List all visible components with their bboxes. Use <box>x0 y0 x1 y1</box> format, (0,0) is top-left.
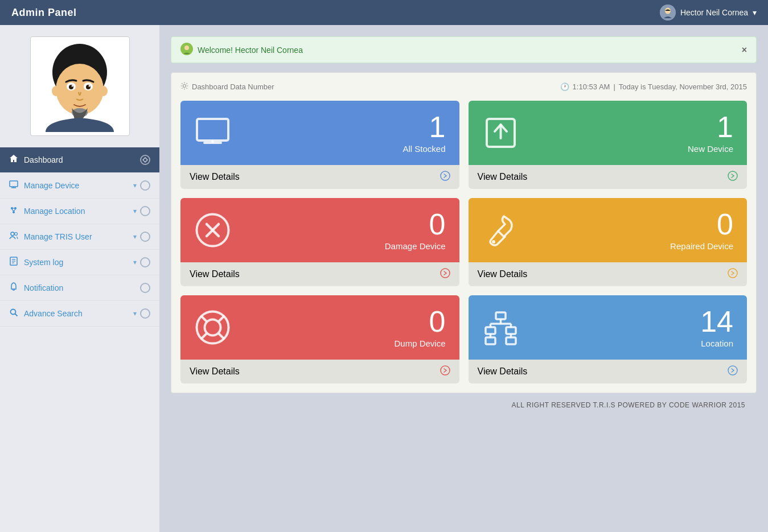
user-avatar <box>660 5 676 20</box>
sidebar-item-dashboard[interactable]: Dashboard <box>0 147 159 173</box>
sidebar-item-advance-search[interactable]: Advance Search ▾ <box>0 301 159 327</box>
dashboard-header: Dashboard Data Number 🕐 1:10:53 AM | Tod… <box>180 82 747 92</box>
card-damage-device-footer-text: View Details <box>190 269 240 279</box>
welcome-close-button[interactable]: × <box>742 45 747 55</box>
advance-search-icon <box>9 308 18 319</box>
dashboard-icon <box>9 154 18 166</box>
sidebar-dashboard-right <box>140 155 150 165</box>
dashboard-circle <box>140 155 150 165</box>
manage-location-icon <box>9 205 18 217</box>
sidebar-item-manage-tris-user[interactable]: Manage TRIS User ▾ <box>0 224 159 250</box>
card-damage-device-footer[interactable]: View Details <box>180 262 459 286</box>
footer-text: ALL RIGHT RESERVED T.R.I.S POWERED BY CO… <box>512 401 746 409</box>
svg-point-44 <box>728 269 737 278</box>
svg-point-42 <box>441 269 450 278</box>
card-new-device-values: 1 New Device <box>688 112 733 154</box>
svg-point-18 <box>13 211 15 213</box>
svg-line-49 <box>219 316 224 321</box>
card-dump-device-footer-text: View Details <box>190 366 240 377</box>
welcome-icon <box>180 43 193 57</box>
svg-line-48 <box>219 333 224 339</box>
svg-point-3 <box>56 64 104 115</box>
sitemap-icon <box>482 309 519 346</box>
dashboard-header-right: 🕐 1:10:53 AM | Today is Tuesday, Novembe… <box>560 83 747 91</box>
svg-point-63 <box>728 366 737 375</box>
svg-rect-53 <box>486 327 495 334</box>
svg-point-11 <box>89 85 91 86</box>
manage-device-circle <box>140 180 150 191</box>
card-all-stocked-footer-text: View Details <box>190 172 240 182</box>
welcome-message: Welcome! Hector Neil Cornea <box>180 43 303 57</box>
card-damage-device-footer-icon <box>440 268 450 281</box>
card-all-stocked: 1 All Stocked View Details <box>180 101 459 189</box>
card-all-stocked-footer[interactable]: View Details <box>180 165 459 189</box>
notification-icon <box>9 282 18 294</box>
card-all-stocked-label: All Stocked <box>403 144 445 154</box>
monitor-icon <box>194 114 231 151</box>
svg-point-23 <box>15 233 18 236</box>
card-location-top: 14 Location <box>469 295 748 360</box>
sidebar-item-manage-location[interactable]: Manage Location ▾ <box>0 199 159 224</box>
share-icon <box>482 114 519 151</box>
sidebar-item-system-log[interactable]: System log ▾ <box>0 250 159 275</box>
system-log-circle <box>140 257 150 267</box>
svg-point-43 <box>492 240 495 244</box>
system-log-caret: ▾ <box>133 258 137 266</box>
card-dump-device-footer[interactable]: View Details <box>180 360 459 383</box>
card-all-stocked-value: 1 <box>403 112 445 142</box>
svg-rect-52 <box>496 312 506 319</box>
svg-point-38 <box>728 171 737 180</box>
card-repaired-device-footer-icon <box>728 268 738 281</box>
advance-search-circle <box>140 308 150 319</box>
svg-rect-33 <box>197 119 228 141</box>
card-dump-device: 0 Dump Device View Details <box>180 295 459 383</box>
svg-point-36 <box>441 171 450 180</box>
svg-point-5 <box>100 86 108 96</box>
manage-device-icon <box>9 180 18 191</box>
card-all-stocked-top: 1 All Stocked <box>180 101 459 165</box>
sidebar-advance-search-right: ▾ <box>133 308 150 319</box>
dashboard-date: Today is Tuesday, November 3rd, 2015 <box>619 83 747 91</box>
sidebar-manage-tris-user-right: ▾ <box>133 232 150 242</box>
card-repaired-device-values: 0 Repaired Device <box>670 209 733 251</box>
card-repaired-device: 0 Repaired Device View Details <box>469 198 748 286</box>
card-location: 14 Location View Details <box>469 295 748 383</box>
manage-tris-user-icon <box>9 231 18 242</box>
card-location-values: 14 Location <box>700 307 733 348</box>
sidebar-item-notification[interactable]: Notification <box>0 275 159 301</box>
wrench-icon <box>482 212 519 249</box>
card-dump-device-top: 0 Dump Device <box>180 295 459 360</box>
dashboard-header-left: Dashboard Data Number <box>180 82 274 92</box>
card-new-device-label: New Device <box>688 144 733 154</box>
user-name: Hector Neil Cornea <box>680 8 748 17</box>
sidebar-item-manage-device[interactable]: Manage Device ▾ <box>0 173 159 199</box>
dashboard-label: Dashboard Data Number <box>192 83 274 91</box>
svg-line-50 <box>201 333 207 339</box>
card-dump-device-label: Dump Device <box>394 339 445 348</box>
svg-point-31 <box>184 46 189 50</box>
card-repaired-device-top: 0 Repaired Device <box>469 198 748 262</box>
manage-tris-user-circle <box>140 232 150 242</box>
card-damage-device-values: 0 Damage Device <box>385 209 446 251</box>
card-repaired-device-label: Repaired Device <box>670 241 733 251</box>
welcome-text: Welcome! Hector Neil Cornea <box>198 46 303 55</box>
svg-point-4 <box>52 86 60 96</box>
card-dump-device-values: 0 Dump Device <box>394 307 445 348</box>
manage-device-caret: ▾ <box>133 182 137 189</box>
card-location-value: 14 <box>700 307 733 336</box>
dashboard-gear-icon <box>180 82 188 92</box>
main-content: Welcome! Hector Neil Cornea × Dashboard … <box>159 25 768 532</box>
card-new-device-footer[interactable]: View Details <box>469 165 748 189</box>
card-new-device-footer-icon <box>728 171 738 183</box>
card-repaired-device-footer[interactable]: View Details <box>469 262 748 286</box>
svg-line-20 <box>14 209 15 211</box>
sidebar-item-advance-search-label: Advance Search <box>24 309 133 318</box>
svg-point-8 <box>72 85 73 86</box>
app-title: Admin Panel <box>11 7 77 19</box>
sidebar-system-log-right: ▾ <box>133 257 150 267</box>
card-location-footer[interactable]: View Details <box>469 360 748 383</box>
card-damage-device-top: 0 Damage Device <box>180 198 459 262</box>
user-menu[interactable]: Hector Neil Cornea ▾ <box>660 5 757 20</box>
svg-rect-60 <box>506 337 516 344</box>
svg-rect-13 <box>10 181 18 187</box>
